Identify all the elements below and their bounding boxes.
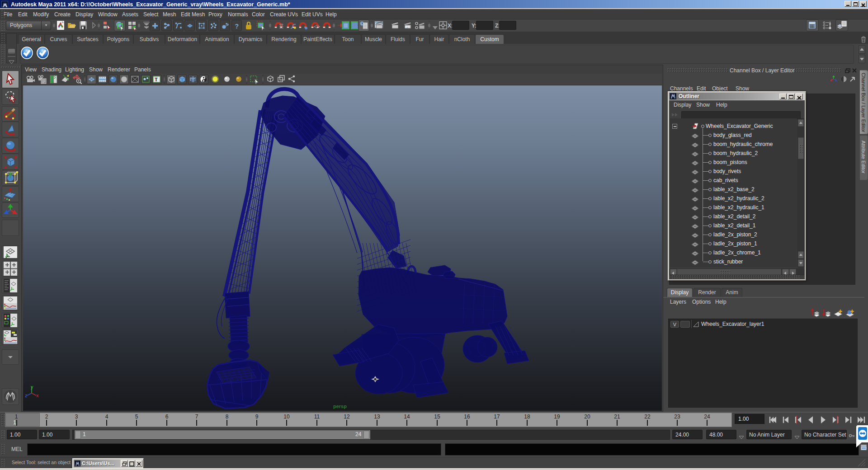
- svg-text:?: ?: [235, 23, 239, 30]
- svg-text:IPR: IPR: [405, 25, 410, 28]
- svg-text:T: T: [155, 77, 158, 82]
